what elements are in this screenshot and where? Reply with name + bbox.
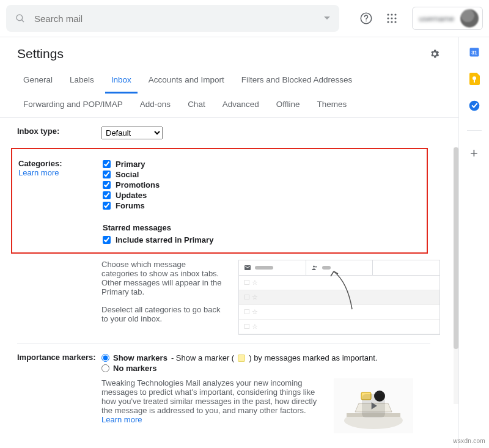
tab-addons[interactable]: Add-ons	[134, 94, 177, 117]
show-markers-label: Show markers	[113, 353, 167, 362]
svg-rect-22	[474, 80, 475, 83]
svg-point-14	[315, 266, 317, 267]
categories-label: Categories:	[18, 159, 103, 168]
help-icon[interactable]	[357, 9, 375, 28]
category-forums-label: Forums	[116, 201, 145, 210]
tab-general[interactable]: General	[17, 69, 59, 94]
svg-point-5	[391, 13, 393, 15]
gear-icon[interactable]	[425, 45, 444, 63]
category-social-checkbox[interactable]	[103, 171, 111, 178]
show-markers-radio[interactable]	[101, 354, 109, 362]
categories-section-highlight: Categories: Learn more Primary Social Pr…	[11, 148, 428, 254]
svg-point-3	[366, 20, 367, 21]
page-title: Settings	[17, 46, 64, 61]
apps-icon[interactable]	[383, 9, 401, 28]
category-social-label: Social	[116, 170, 139, 179]
category-promotions-checkbox[interactable]	[103, 181, 111, 189]
tab-accounts-import[interactable]: Accounts and Import	[142, 69, 230, 94]
tab-inbox[interactable]: Inbox	[105, 69, 138, 94]
category-primary-checkbox[interactable]	[103, 160, 111, 168]
tab-forwarding-pop[interactable]: Forwarding and POP/IMAP	[17, 94, 129, 117]
tasks-icon[interactable]	[468, 100, 480, 112]
svg-point-21	[472, 76, 476, 80]
scrollbar[interactable]	[454, 147, 458, 404]
svg-point-0	[17, 15, 23, 21]
tab-themes[interactable]: Themes	[311, 94, 353, 117]
include-starred-checkbox[interactable]	[103, 236, 111, 244]
tab-offline[interactable]: Offline	[270, 94, 306, 117]
starred-messages-heading: Starred messages	[103, 223, 418, 232]
tab-filters-blocked[interactable]: Filters and Blocked Addresses	[235, 69, 359, 94]
svg-point-12	[395, 21, 397, 23]
category-promotions-label: Promotions	[116, 180, 160, 189]
account-switcher[interactable]: username	[412, 7, 483, 30]
settings-tabs: General Labels Inbox Accounts and Import…	[0, 69, 458, 118]
avatar	[460, 9, 479, 28]
search-options-dropdown[interactable]	[318, 10, 336, 27]
inbox-type-select[interactable]: Default	[101, 127, 163, 139]
include-starred-label: Include starred in Primary	[116, 235, 213, 244]
show-markers-text1: - Show a marker (	[171, 353, 234, 362]
show-markers-text2: ) by messages marked as important.	[249, 353, 377, 362]
svg-point-10	[388, 21, 389, 23]
no-markers-label: No markers	[113, 364, 157, 373]
search-icon	[15, 13, 26, 24]
importance-explanation: Tweaking Technologies Mail analyzes your…	[101, 378, 322, 433]
importance-markers-label: Importance markers:	[17, 353, 101, 362]
no-markers-radio[interactable]	[101, 364, 109, 372]
svg-point-8	[391, 17, 393, 19]
svg-point-13	[313, 266, 315, 268]
svg-point-9	[395, 17, 397, 19]
category-updates-label: Updates	[116, 191, 147, 200]
inbox-type-label: Inbox type:	[17, 127, 101, 136]
importance-marker-icon	[238, 354, 245, 362]
categories-learn-more-link[interactable]: Learn more	[18, 168, 103, 177]
importance-video-thumbnail[interactable]	[334, 378, 413, 433]
search-bar[interactable]	[6, 5, 339, 32]
categories-help-p1: Choose which message categories to show …	[101, 260, 224, 296]
categories-help-p2: Deselect all categories to go back to yo…	[101, 305, 224, 323]
svg-text:31: 31	[471, 50, 477, 56]
add-addon-button[interactable]: +	[470, 145, 478, 161]
search-input[interactable]	[34, 13, 310, 24]
side-panel: 31 +	[458, 37, 489, 448]
tab-advanced[interactable]: Advanced	[216, 94, 265, 117]
svg-point-4	[388, 13, 389, 15]
category-updates-checkbox[interactable]	[103, 191, 111, 199]
calendar-icon[interactable]: 31	[468, 46, 480, 58]
importance-learn-more-link[interactable]: Learn more	[101, 415, 142, 424]
inbox-tabs-preview: ☐ ☆ ☐ ☆ ☐ ☆ ☐ ☆	[238, 260, 440, 335]
svg-point-6	[395, 13, 397, 15]
svg-point-7	[388, 17, 389, 19]
svg-line-1	[21, 20, 24, 22]
watermark: wsxdn.com	[453, 438, 485, 444]
category-primary-label: Primary	[116, 160, 145, 169]
keep-icon[interactable]	[468, 73, 480, 85]
tab-labels[interactable]: Labels	[64, 69, 100, 94]
category-forums-checkbox[interactable]	[103, 202, 111, 210]
tab-chat[interactable]: Chat	[182, 94, 211, 117]
svg-point-11	[391, 21, 393, 23]
account-name: username	[419, 14, 454, 23]
